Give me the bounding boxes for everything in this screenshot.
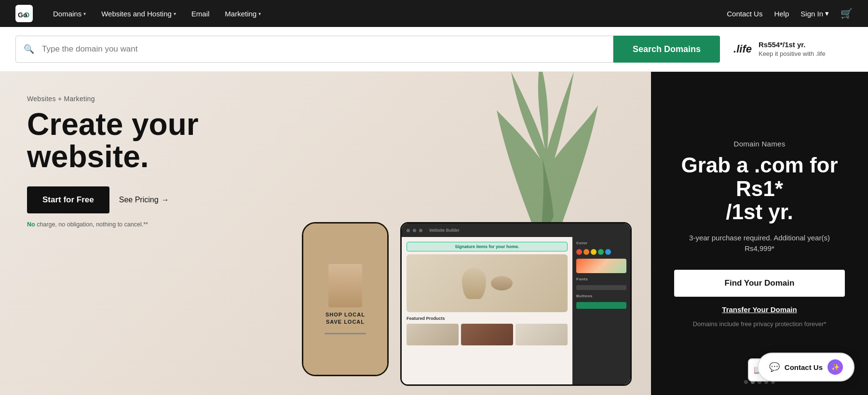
search-icon: 🔍 xyxy=(16,44,42,54)
tablet-sidebar: Color Fonts Buttons xyxy=(572,237,630,384)
phone-shop-text: SHOP LOCAL SAVE LOCAL xyxy=(326,311,365,325)
sidebar-color-label: Color xyxy=(576,241,626,245)
chevron-down-icon: ▾ xyxy=(174,11,176,16)
ai-avatar: ✨ xyxy=(827,359,843,375)
product-bowl xyxy=(491,276,513,290)
hero-buttons: Start for Free See Pricing → xyxy=(27,186,230,213)
chat-icon: 💬 xyxy=(769,362,780,372)
nav-right: Contact Us Help Sign In ▾ 🛒 xyxy=(727,8,853,19)
phone-mockup: SHOP LOCAL SAVE LOCAL xyxy=(302,222,389,376)
swatch-red xyxy=(576,249,582,255)
svg-text:D: D xyxy=(25,11,29,19)
tab-dot xyxy=(407,229,410,232)
main-content: Websites + Marketing Create your website… xyxy=(0,72,868,395)
domain-search-input[interactable] xyxy=(42,44,613,54)
chevron-down-icon: ▾ xyxy=(83,11,86,16)
tablet-product-image xyxy=(407,254,568,312)
nav-links: Domains ▾ Websites and Hosting ▾ Email M… xyxy=(46,6,727,22)
swatch-blue xyxy=(605,249,611,255)
sidebar-font-label: Fonts xyxy=(576,277,626,281)
font-row xyxy=(576,285,626,290)
phone-bar-decoration xyxy=(325,333,366,334)
gradient-bar xyxy=(576,259,626,273)
swatch-green xyxy=(598,249,604,255)
devices-container: SHOP LOCAL SAVE LOCAL Website Builder xyxy=(302,222,632,386)
product-vase xyxy=(462,268,486,299)
godaddy-logo[interactable]: Go D xyxy=(15,5,33,22)
chevron-down-icon: ▾ xyxy=(825,9,829,18)
start-free-button[interactable]: Start for Free xyxy=(27,186,109,213)
product-thumb-2 xyxy=(461,324,513,345)
tab-dot xyxy=(419,229,422,232)
find-domain-button[interactable]: Find Your Domain xyxy=(674,270,845,297)
search-bar: 🔍 xyxy=(15,36,613,63)
hero-section: Websites + Marketing Create your website… xyxy=(0,72,651,395)
tablet-header-title: Website Builder xyxy=(429,228,460,233)
nav-item-email[interactable]: Email xyxy=(185,6,217,22)
tld-price: Rs554*/1st yr. xyxy=(759,40,826,50)
tld-subtitle: Keep it positive with .life xyxy=(759,50,826,58)
hero-title: Create your website. xyxy=(27,108,230,173)
hero-text: Websites + Marketing Create your website… xyxy=(27,95,230,228)
product-thumbnails xyxy=(407,324,568,345)
phone-product-image xyxy=(328,264,362,307)
nav-item-domains[interactable]: Domains ▾ xyxy=(46,6,93,22)
hero-subtitle: Websites + Marketing xyxy=(27,95,230,103)
tablet-header: Website Builder xyxy=(402,224,630,237)
swatch-yellow xyxy=(591,249,597,255)
tld-badge: .life xyxy=(733,43,752,55)
product-thumb-3 xyxy=(515,324,568,345)
privacy-note: Domains include free privacy protection … xyxy=(693,320,827,328)
see-pricing-link[interactable]: See Pricing → xyxy=(119,196,169,204)
nav-item-marketing[interactable]: Marketing ▾ xyxy=(218,6,268,22)
product-thumb-1 xyxy=(407,324,459,345)
search-section: 🔍 Search Domains .life Rs554*/1st yr. Ke… xyxy=(0,27,868,72)
hero-disclaimer: No charge, no obligation, nothing to can… xyxy=(27,221,230,228)
featured-label: Featured Products xyxy=(407,316,568,321)
transfer-domain-link[interactable]: Transfer Your Domain xyxy=(722,305,797,314)
navbar: Go D Domains ▾ Websites and Hosting ▾ Em… xyxy=(0,0,868,27)
nav-item-websites-hosting[interactable]: Websites and Hosting ▾ xyxy=(95,6,183,22)
domain-promo-subtitle: 3-year purchase required. Additional yea… xyxy=(674,233,845,254)
chevron-down-icon: ▾ xyxy=(258,11,261,16)
color-swatches xyxy=(576,249,626,255)
domain-panel: Domain Names Grab a .com for Rs1* /1st y… xyxy=(651,72,868,395)
swatch-orange xyxy=(583,249,589,255)
button-row xyxy=(576,302,626,309)
search-domains-button[interactable]: Search Domains xyxy=(613,36,720,63)
sidebar-button-label: Buttons xyxy=(576,294,626,298)
cart-icon[interactable]: 🛒 xyxy=(841,8,853,19)
tablet-main: Signature items for your home. Featured … xyxy=(402,237,572,384)
contact-us-label: Contact Us xyxy=(785,363,823,371)
tab-dot xyxy=(413,229,416,232)
domain-promo-title: Grab a .com for Rs1* /1st yr. xyxy=(674,154,845,224)
help-nav[interactable]: Help xyxy=(774,10,789,18)
dot-1 xyxy=(744,380,748,384)
signature-banner: Signature items for your home. xyxy=(407,242,568,251)
contact-us-nav[interactable]: Contact Us xyxy=(727,10,762,18)
sign-in-button[interactable]: Sign In ▾ xyxy=(800,9,829,18)
tld-promo: .life Rs554*/1st yr. Keep it positive wi… xyxy=(733,40,826,58)
domain-names-label: Domain Names xyxy=(734,140,786,148)
contact-us-float-button[interactable]: 💬 Contact Us ✨ xyxy=(758,353,854,382)
tablet-body: Signature items for your home. Featured … xyxy=(402,237,630,384)
tablet-mockup: Website Builder Signature items for your… xyxy=(400,222,632,386)
